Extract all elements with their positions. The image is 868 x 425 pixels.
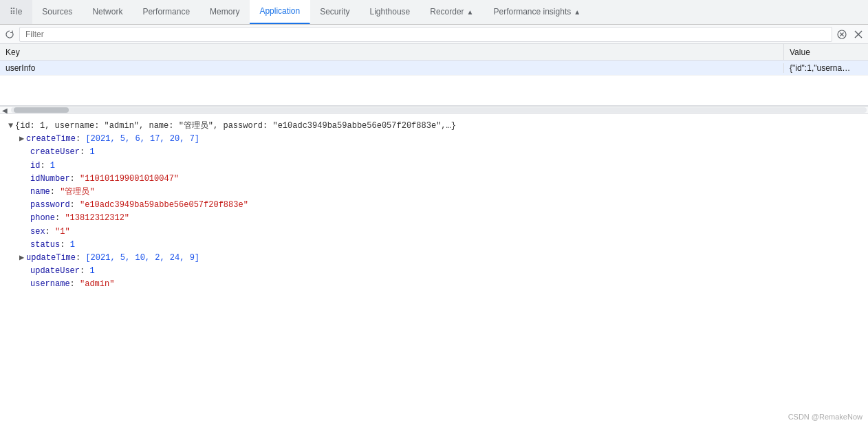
json-line-phone: phone : "13812312312": [8, 212, 860, 225]
row-value: {"id":1,"userna…: [784, 63, 868, 73]
scroll-track[interactable]: [11, 107, 867, 113]
recorder-icon: ▲: [467, 8, 474, 16]
json-line-name: name : "管理员": [8, 186, 860, 199]
json-viewer: ▼ {id: 1, username: "admin", name: "管理员"…: [0, 114, 868, 425]
filter-box: [19, 27, 832, 42]
updatetime-toggle[interactable]: ▶: [19, 252, 26, 265]
row-key: userInfo: [0, 63, 784, 73]
toolbar: [0, 25, 868, 44]
json-root-line[interactable]: ▼ {id: 1, username: "admin", name: "管理员"…: [8, 120, 860, 133]
json-line-createUser: createUser : 1: [8, 146, 860, 159]
json-line-updateTime[interactable]: ▶ updateTime : [2021, 5, 10, 2, 24, 9]: [8, 252, 860, 265]
table-header: Key Value: [0, 44, 868, 61]
tab-memory[interactable]: Memory: [200, 0, 250, 24]
col-key-header: Key: [0, 44, 784, 60]
clear-icon: [837, 30, 847, 39]
json-line-status: status : 1: [8, 239, 860, 252]
json-line-id: id : 1: [8, 160, 860, 173]
close-icon: [854, 30, 863, 39]
scroll-left-button[interactable]: ◀: [0, 106, 10, 114]
tab-lighthouse[interactable]: Lighthouse: [360, 0, 421, 24]
tab-performance[interactable]: Performance: [133, 0, 200, 24]
tab-network[interactable]: Network: [83, 0, 133, 24]
tab-network-label: Network: [92, 7, 122, 17]
performance-insights-icon: ▲: [574, 8, 581, 16]
filter-input[interactable]: [23, 28, 829, 41]
tab-memory-label: Memory: [210, 7, 239, 17]
col-value-header: Value: [784, 44, 868, 60]
tab-elements[interactable]: ⠿le: [0, 0, 32, 24]
tab-performance-insights[interactable]: Performance insights ▲: [484, 0, 592, 24]
json-line-password: password : "e10adc3949ba59abbe56e057f20f…: [8, 199, 860, 212]
refresh-button[interactable]: [3, 28, 17, 41]
tab-security-label: Security: [320, 7, 349, 17]
tab-application[interactable]: Application: [250, 0, 310, 24]
tab-performance-insights-label: Performance insights: [494, 7, 572, 17]
scroll-thumb[interactable]: [14, 107, 69, 113]
json-line-idNumber: idNumber : "110101199001010047": [8, 173, 860, 186]
tab-lighthouse-label: Lighthouse: [370, 7, 411, 17]
json-line-sex: sex : "1": [8, 226, 860, 239]
clear-filter-button[interactable]: [835, 28, 849, 41]
tab-bar: ⠿le Sources Network Performance Memory A…: [0, 0, 868, 25]
tab-performance-label: Performance: [142, 7, 190, 17]
tab-recorder[interactable]: Recorder ▲: [420, 0, 484, 24]
tab-security[interactable]: Security: [310, 0, 360, 24]
createtime-toggle[interactable]: ▶: [19, 133, 26, 146]
json-line-createTime[interactable]: ▶ createTime : [2021, 5, 6, 17, 20, 7]: [8, 133, 860, 146]
tab-elements-label: ⠿le: [10, 7, 22, 17]
json-line-updateUser: updateUser : 1: [8, 265, 860, 278]
tab-application-label: Application: [259, 6, 300, 16]
empty-rows-area: [0, 76, 868, 106]
close-button[interactable]: [851, 28, 865, 41]
tab-sources-label: Sources: [42, 7, 72, 17]
tab-sources[interactable]: Sources: [32, 0, 83, 24]
tab-recorder-label: Recorder: [430, 7, 464, 17]
root-toggle[interactable]: ▼: [8, 120, 15, 133]
json-line-username: username : "admin": [8, 278, 860, 291]
horizontal-scrollbar[interactable]: ◀: [0, 106, 868, 114]
watermark: CSDN @RemakeNow: [788, 413, 862, 421]
table-row[interactable]: userInfo {"id":1,"userna…: [0, 61, 868, 76]
refresh-icon: [5, 30, 14, 39]
